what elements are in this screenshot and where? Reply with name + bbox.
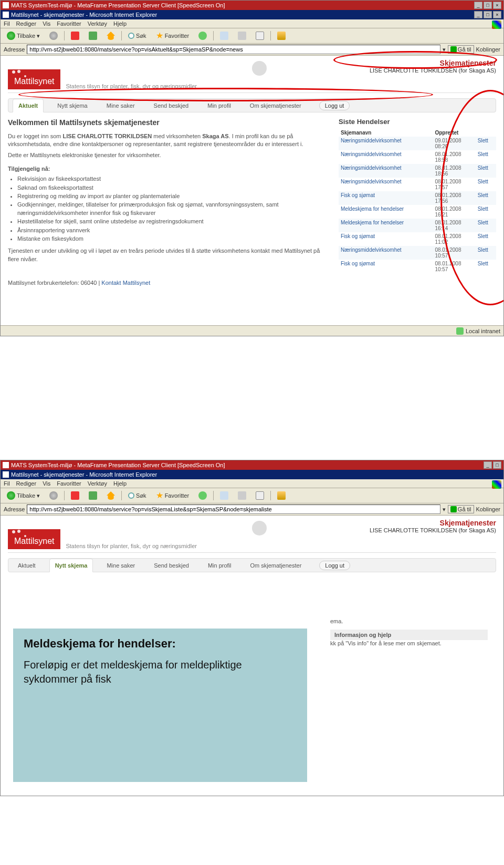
links-label[interactable]: Koblinger [476, 506, 500, 512]
search-button[interactable]: Søk [125, 31, 150, 40]
delete-link[interactable]: Slett [476, 137, 496, 150]
home-button[interactable] [103, 490, 118, 501]
delete-link[interactable]: Slett [476, 178, 496, 191]
separator [64, 31, 65, 40]
menu-file[interactable]: Fil [4, 480, 10, 487]
tab-aktuelt[interactable]: Aktuelt [13, 559, 41, 572]
mail-button[interactable] [217, 490, 232, 501]
minimize-button[interactable]: _ [474, 11, 482, 18]
menu-help[interactable]: Hjelp [113, 480, 127, 487]
back-button[interactable]: Tilbake ▾ [4, 30, 43, 42]
links-button[interactable] [274, 490, 289, 501]
menu-favorites[interactable]: Favoritter [57, 20, 81, 27]
delete-link[interactable]: Slett [476, 150, 496, 164]
go-button[interactable]: Gå til [448, 505, 474, 513]
delete-link[interactable]: Slett [476, 164, 496, 178]
maximize-button[interactable]: □ [493, 461, 501, 469]
contact-link[interactable]: Kontakt Mattilsynet [101, 280, 150, 286]
event-name-link[interactable]: Meldeskjema for hendelser [339, 205, 433, 219]
maximize-button[interactable]: □ [484, 2, 492, 9]
ie-menubar: Fil Rediger Vis Favoritter Verktøy Hjelp [1, 19, 503, 28]
forward-button[interactable] [46, 490, 61, 501]
event-name-link[interactable]: Næringsmiddelvirksomhet [339, 164, 433, 178]
menu-view[interactable]: Vis [43, 480, 50, 487]
search-button[interactable]: Søk [125, 491, 150, 500]
print-button[interactable] [235, 490, 249, 501]
ie-titlebar: Mattilsynet - skjematjenester - Microsof… [1, 10, 503, 19]
table-row: Fisk og sjømat08.01.200811:02Slett [339, 232, 496, 246]
logout-button[interactable]: Logg ut [319, 561, 350, 570]
menu-help[interactable]: Hjelp [113, 20, 127, 27]
links-icon [277, 491, 286, 500]
edit-button[interactable] [253, 30, 267, 42]
event-date: 08.01.200817:56 [433, 191, 475, 205]
windows-logo-icon [492, 480, 501, 489]
links-button[interactable] [274, 30, 289, 42]
metaframe-title: MATS SystemTest-miljø - MetaFrame Presen… [11, 462, 225, 468]
tab-nytt-skjema[interactable]: Nytt skjema [49, 559, 93, 572]
menu-edit[interactable]: Rediger [16, 480, 37, 487]
links-label[interactable]: Koblinger [476, 46, 500, 53]
menu-edit[interactable]: Rediger [16, 20, 37, 27]
minimize-button[interactable]: _ [484, 461, 492, 469]
event-name-link[interactable]: Næringsmiddelvirksomhet [339, 137, 433, 150]
tab-mine-saker[interactable]: Mine saker [101, 559, 140, 572]
minimize-button[interactable]: _ [474, 2, 482, 9]
tab-send-beskjed[interactable]: Send beskjed [149, 559, 194, 572]
mail-icon [220, 32, 228, 40]
go-button[interactable]: Gå til [448, 45, 474, 54]
back-button[interactable]: Tilbake ▾ [4, 490, 43, 501]
event-name-link[interactable]: Fisk og sjømat [339, 260, 433, 273]
close-button[interactable]: × [493, 2, 501, 9]
event-name-link[interactable]: Fisk og sjømat [339, 232, 433, 246]
tab-min-profil[interactable]: Min profil [203, 559, 237, 572]
tab-nytt-skjema[interactable]: Nytt skjema [52, 99, 92, 112]
favorites-button[interactable]: ★Favoritter [153, 490, 192, 501]
tab-mine-saker[interactable]: Mine saker [101, 99, 140, 112]
maximize-button[interactable]: □ [484, 11, 492, 18]
delete-link[interactable]: Slett [476, 260, 496, 273]
refresh-button[interactable] [86, 490, 100, 501]
event-name-link[interactable]: Meldeskjema for hendelser [339, 219, 433, 232]
tab-aktuelt[interactable]: Aktuelt [13, 99, 44, 112]
tab-min-profil[interactable]: Min profil [202, 99, 236, 112]
forward-button[interactable] [46, 30, 61, 42]
edit-button[interactable] [253, 490, 267, 501]
delete-link[interactable]: Slett [476, 205, 496, 219]
delete-link[interactable]: Slett [476, 246, 496, 260]
close-button[interactable]: × [493, 11, 501, 18]
menu-file[interactable]: Fil [4, 20, 10, 27]
menu-tools[interactable]: Verktøy [88, 20, 107, 27]
stop-button[interactable] [68, 490, 82, 501]
mail-button[interactable] [217, 30, 232, 42]
tab-send-beskjed[interactable]: Send beskjed [149, 99, 194, 112]
event-name-link[interactable]: Næringsmiddelvirksomhet [339, 178, 433, 191]
tab-om[interactable]: Om skjematjenester [245, 99, 307, 112]
delete-link[interactable]: Slett [476, 232, 496, 246]
home-button[interactable] [103, 30, 118, 42]
address-input[interactable] [27, 504, 440, 514]
refresh-button[interactable] [86, 30, 100, 42]
event-name-link[interactable]: Næringsmiddelvirksomhet [339, 150, 433, 164]
event-name-link[interactable]: Næringsmiddelvirksomhet [339, 246, 433, 260]
edit-icon [256, 32, 264, 40]
event-name-link[interactable]: Fisk og sjømat [339, 191, 433, 205]
ie-statusbar: Local intranet [1, 325, 503, 336]
star-icon: ★ [156, 32, 163, 40]
favorites-button[interactable]: ★Favoritter [153, 30, 192, 42]
stop-icon [71, 32, 79, 40]
history-button[interactable] [195, 490, 210, 501]
delete-link[interactable]: Slett [476, 191, 496, 205]
address-dropdown[interactable]: ▾ [443, 506, 446, 513]
address-input[interactable] [27, 45, 440, 54]
stop-button[interactable] [68, 30, 82, 42]
logout-button[interactable]: Logg ut [319, 101, 350, 110]
menu-tools[interactable]: Verktøy [88, 480, 107, 487]
history-button[interactable] [195, 30, 210, 42]
menu-view[interactable]: Vis [43, 20, 50, 27]
address-dropdown[interactable]: ▾ [443, 46, 446, 53]
print-button[interactable] [235, 30, 249, 42]
delete-link[interactable]: Slett [476, 219, 496, 232]
menu-favorites[interactable]: Favoritter [57, 480, 81, 487]
tab-om[interactable]: Om skjematjenester [245, 559, 307, 572]
